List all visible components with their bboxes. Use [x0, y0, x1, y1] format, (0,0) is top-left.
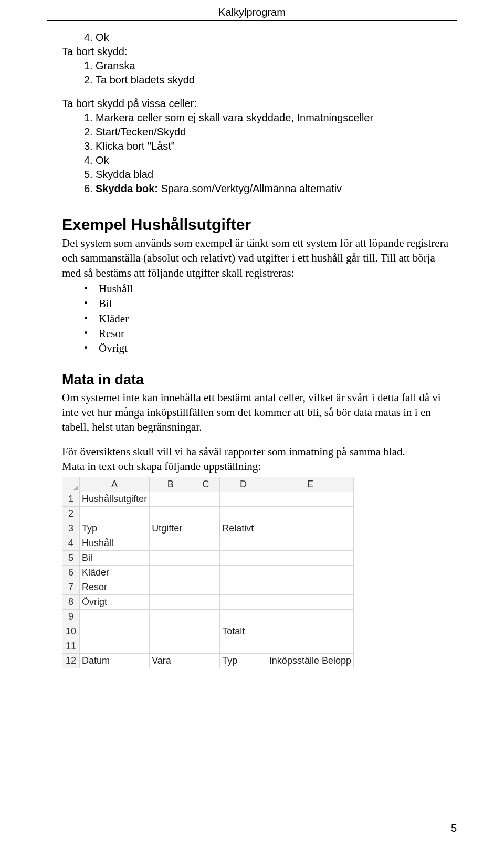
list-item: 3.Klicka bort "Låst": [84, 139, 457, 153]
list-number: 3.: [84, 139, 96, 153]
cell: [192, 580, 220, 595]
cell: Hushållsutgifter: [80, 492, 150, 507]
cell: Vara: [150, 654, 192, 668]
list-item: 2.Ta bort bladets skydd: [84, 73, 457, 87]
cell: [267, 521, 353, 536]
spreadsheet-body: 1Hushållsutgifter 2 3TypUtgifterRelativt…: [62, 492, 354, 668]
cell: [80, 624, 150, 639]
cell: Övrigt: [80, 595, 150, 610]
cell: [267, 551, 353, 566]
cell: [220, 536, 267, 551]
list-label-bold: Skydda bok:: [96, 183, 158, 194]
heading-mata: Mata in data: [62, 372, 457, 388]
cell: [150, 639, 192, 654]
subheading: Ta bort skydd:: [62, 45, 457, 59]
cell: [150, 580, 192, 595]
row-header: 6: [62, 566, 80, 580]
cell: [80, 639, 150, 654]
cell: [192, 492, 220, 507]
bullet-item: Övrigt: [84, 341, 457, 355]
list-item: 4.Ok: [84, 153, 457, 168]
header-rule: [47, 20, 457, 21]
cell: [220, 566, 267, 580]
cell: [150, 507, 192, 521]
cell: [80, 507, 150, 521]
heading-exempel: Exempel Hushållsutgifter: [62, 216, 457, 234]
cell: [267, 580, 353, 595]
table-row: 1Hushållsutgifter: [62, 492, 354, 507]
bullet-item: Hushåll: [84, 281, 457, 296]
cell: [192, 507, 220, 521]
cell: Typ: [220, 654, 267, 668]
cell: [267, 507, 353, 521]
list-item: 1.Markera celler som ej skall vara skydd…: [84, 111, 457, 125]
row-header: 10: [62, 624, 80, 639]
row-header: 1: [62, 492, 80, 507]
list-text: Spara.som/Verktyg/Allmänna alternativ: [158, 183, 342, 194]
list-text: Granska: [96, 60, 135, 71]
list-text: Markera celler som ej skall vara skyddad…: [96, 112, 373, 123]
bullet-item: Resor: [84, 326, 457, 341]
cell: Relativt: [220, 521, 267, 536]
paragraph: För översiktens skull vill vi ha såväl r…: [62, 444, 457, 459]
row-header: 12: [62, 654, 80, 668]
paragraph: Om systemet inte kan innehålla ett bestä…: [62, 390, 457, 435]
table-row: 6Kläder: [62, 566, 354, 580]
cell: [192, 551, 220, 566]
bullet-list: Hushåll Bil Kläder Resor Övrigt: [84, 281, 457, 356]
cell: [267, 610, 353, 624]
cell: [267, 624, 353, 639]
list-number: 1.: [84, 111, 96, 125]
cell: [150, 492, 192, 507]
cell: [80, 610, 150, 624]
table-row: 12DatumVaraTypInköpsställe Belopp: [62, 654, 354, 668]
cell: [220, 580, 267, 595]
cell: [192, 610, 220, 624]
table-row: 5Bil: [62, 551, 354, 566]
cell: [150, 595, 192, 610]
cell: [220, 551, 267, 566]
cell: [150, 624, 192, 639]
paragraph: Det system som används som exempel är tä…: [62, 236, 457, 280]
list-text: Ok: [96, 154, 109, 166]
cell: [192, 595, 220, 610]
row-header: 3: [62, 521, 80, 536]
cell: [220, 639, 267, 654]
cell: Inköpsställe Belopp: [267, 654, 353, 668]
column-header-row: A B C D E: [62, 477, 354, 492]
list-number: 6.: [84, 182, 96, 196]
cell: [220, 492, 267, 507]
cell: [150, 610, 192, 624]
cell: Resor: [80, 580, 150, 595]
list-text: Ta bort bladets skydd: [96, 74, 195, 86]
row-header: 5: [62, 551, 80, 566]
cell: Datum: [80, 654, 150, 668]
table-row: 7Resor: [62, 580, 354, 595]
page-number: 5: [451, 822, 457, 834]
cell: [192, 654, 220, 668]
bullet-item: Kläder: [84, 311, 457, 326]
list-item: 4.Ok: [84, 30, 457, 45]
list-item: 6.Skydda bok: Spara.som/Verktyg/Allmänna…: [84, 182, 457, 196]
select-all-corner: [62, 477, 80, 492]
cell: [192, 566, 220, 580]
list-text: Klicka bort "Låst": [96, 140, 175, 152]
list-text: Start/Tecken/Skydd: [96, 126, 186, 138]
page-header-title: Kalkylprogram: [47, 6, 457, 18]
cell: [220, 507, 267, 521]
cell: [267, 595, 353, 610]
cell: Utgifter: [150, 521, 192, 536]
cell: [267, 492, 353, 507]
list-number: 5.: [84, 168, 96, 182]
cell: [267, 536, 353, 551]
col-header: A: [80, 477, 150, 492]
cell: [192, 624, 220, 639]
spreadsheet-screenshot: A B C D E 1Hushållsutgifter 2 3TypUtgift…: [62, 474, 354, 668]
list-number: 2.: [84, 125, 96, 139]
list-item: 1.Granska: [84, 59, 457, 73]
col-header: B: [150, 477, 192, 492]
table-row: 10Totalt: [62, 624, 354, 639]
cell: [267, 566, 353, 580]
cell: Kläder: [80, 566, 150, 580]
spreadsheet: A B C D E 1Hushållsutgifter 2 3TypUtgift…: [62, 477, 354, 668]
